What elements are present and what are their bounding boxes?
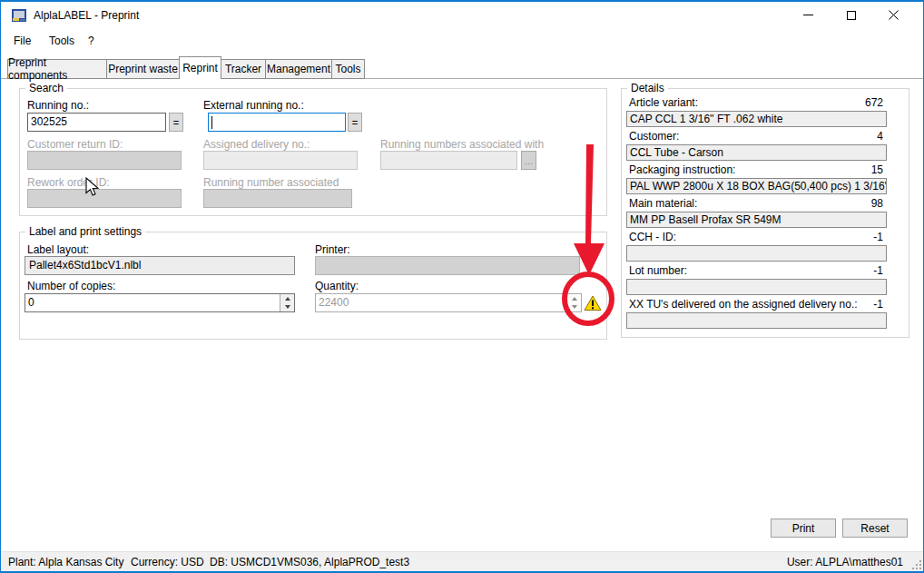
printer-label: Printer: [315,243,350,256]
lot-number-field [626,279,887,295]
label-layout-combobox[interactable]: Pallet4x6Std1bcV1.nlbl [25,256,295,275]
tab-preprint-waste[interactable]: Preprint waste [106,59,180,79]
quantity-label: Quantity: [315,280,359,292]
close-button[interactable] [873,2,914,28]
search-group: Search Running no.: 302525 = External ru… [19,88,607,216]
main-material-id: 98 [871,197,883,210]
running-numbers-associated-with-label: Running numbers associated with [380,138,544,151]
running-no-input[interactable]: 302525 [27,113,166,132]
customer-id: 4 [877,130,883,143]
quantity-input[interactable]: 22400 [315,293,566,312]
print-button[interactable]: Print [771,519,836,538]
number-of-copies-label: Number of copies: [27,280,115,292]
spin-up-icon [285,297,290,301]
rework-order-id-combobox[interactable] [27,189,182,208]
running-no-equals-button[interactable]: = [169,113,183,132]
assigned-delivery-no-input[interactable] [203,151,358,170]
maximize-button[interactable] [831,2,871,28]
minimize-button[interactable] [788,2,829,28]
tab-tools[interactable]: Tools [331,59,365,79]
label-print-settings-title: Label and print settings [25,225,145,238]
quantity-spinner[interactable] [566,293,582,312]
status-db: DB: USMCD1VMS036, AlplaPROD_test3 [210,556,409,568]
resize-grip-icon[interactable] [910,558,921,569]
tab-management[interactable]: Management [265,59,332,79]
status-user: User: ALPLA\matthes01 [787,556,903,568]
maximize-icon [847,11,856,20]
running-no-label: Running no.: [27,99,89,112]
lot-number-label: Lot number: [629,264,687,277]
tab-reprint[interactable]: Reprint [179,56,221,79]
tab-preprint-components[interactable]: Preprint components [7,59,107,79]
close-icon [889,10,899,20]
article-variant-field: CAP CCL 1 3/16'' FT .062 white [626,111,887,127]
number-of-copies-value: 0 [28,296,34,309]
copies-spinner[interactable] [280,294,294,311]
tus-delivered-label: XX TU's delivered on the assigned delive… [629,298,858,311]
customer-return-id-label: Customer return ID: [27,138,123,151]
running-numbers-associated-with-input[interactable] [380,151,517,170]
packaging-instruction-label: Packaging instruction: [629,163,735,176]
main-material-field: MM PP Basell Profax SR 549M [626,212,887,228]
external-running-no-label: External running no.: [203,99,304,112]
cch-id-field [626,245,887,262]
spin-down-icon [572,305,577,309]
tab-tracker[interactable]: Tracker [221,59,266,79]
spin-up-icon [572,297,577,301]
menu-tools[interactable]: Tools [49,35,74,47]
menu-file[interactable]: File [14,35,31,47]
status-currency: Currency: USD [131,556,204,568]
label-layout-label: Label layout: [27,243,89,256]
assigned-delivery-no-label: Assigned delivery no.: [203,138,310,151]
spin-down-icon [285,305,290,309]
status-plant: Plant: Alpla Kansas City [8,556,123,568]
rework-order-id-label: Rework order ID: [27,176,110,189]
cch-id-value: -1 [873,231,883,243]
window-title: AlplaLABEL - Preprint [34,9,139,22]
article-variant-label: Article variant: [629,96,698,109]
menu-help[interactable]: ? [88,35,94,47]
article-variant-id: 672 [865,96,883,109]
app-icon [12,8,26,23]
running-number-associated-combobox[interactable] [203,189,352,208]
customer-label: Customer: [629,130,679,143]
running-number-associated-label: Running number associated [203,176,339,189]
packaging-instruction-field: PAL WWP 2800u X 18 BOX BAG(50,400 pcs) 1… [626,178,887,194]
main-material-label: Main material: [629,197,697,210]
minimize-icon [803,15,813,15]
customer-field: CCL Tube - Carson [626,144,887,161]
tus-delivered-field [626,312,887,329]
tus-delivered-value: -1 [873,298,883,311]
lot-number-value: -1 [873,264,883,277]
printer-combobox[interactable] [315,256,580,275]
status-bar: Plant: Alpla Kansas City Currency: USD D… [1,551,923,571]
number-of-copies-input[interactable]: 0 [25,293,295,312]
customer-return-id-combobox[interactable] [27,151,182,170]
title-bar: AlplaLABEL - Preprint [1,2,923,29]
cch-id-label: CCH - ID: [629,231,676,243]
menu-bar: File Tools ? [1,29,923,53]
text-caret [211,116,212,129]
warning-icon [584,295,602,311]
browse-button[interactable]: ... [521,151,536,170]
details-group: Details Article variant: 672 CAP CCL 1 3… [621,88,909,338]
app-window: AlplaLABEL - Preprint File Tools ? Prepr… [0,0,924,573]
reset-button[interactable]: Reset [842,519,908,538]
search-group-title: Search [25,82,67,94]
label-print-settings-group: Label and print settings Label layout: P… [19,232,607,340]
packaging-instruction-id: 15 [871,163,883,176]
external-running-no-equals-button[interactable]: = [348,113,362,132]
details-group-title: Details [627,82,668,94]
external-running-no-input[interactable] [208,113,346,132]
